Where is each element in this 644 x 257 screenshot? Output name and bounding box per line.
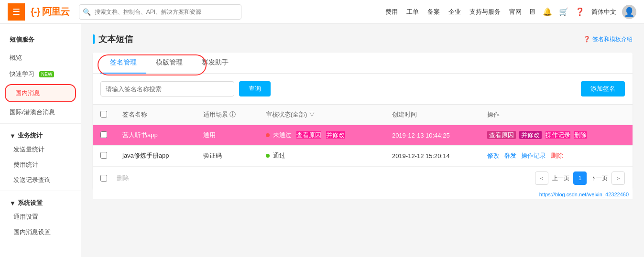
tab-bar: 签名管理 模版管理 群发助手 [93,53,633,74]
query-button[interactable]: 查询 [239,81,271,96]
monitor-icon[interactable]: 🖥 [528,8,536,16]
th-scene: 适用场景 ⓘ [196,105,258,125]
nav-icon-group: 🖥 🔔 🛒 ❓ [528,7,585,16]
row1-op-view[interactable]: 查看原因 [487,131,516,139]
select-all-checkbox[interactable] [100,111,107,118]
row1-op-modify[interactable]: 并修改 [519,131,542,139]
sidebar-item-general-settings[interactable]: 通用设置 [0,209,81,225]
row2-checkbox[interactable] [100,152,107,159]
intro-link[interactable]: ❓ 签名和模板介绍 [583,35,633,43]
row1-op-log[interactable]: 操作记录 [546,131,570,139]
row2-op-log[interactable]: 操作记录 [521,152,546,159]
notification-icon[interactable]: 🔔 [543,7,552,16]
section-label-stats: 业务统计 [18,131,43,140]
sidebar-label-intl: 国际/港澳台消息 [10,108,55,117]
sidebar-item-send-stats[interactable]: 发送量统计 [0,142,81,157]
nav-link-support[interactable]: 支持与服务 [469,8,501,16]
next-page-button[interactable]: ＞ [611,171,625,185]
logo-text: {-} 阿里云 [31,5,69,18]
sidebar-title: 短信服务 [0,32,81,48]
sidebar: 短信服务 概览 快速学习 NEW 国内消息 国际/港澳台消息 ▼ 业务统计 发送… [0,24,81,257]
row2-op-modify[interactable]: 修改 [487,152,500,159]
page-header: 文本短信 ❓ 签名和模板介绍 [93,33,633,45]
sidebar-label-quicklearn: 快速学习 [10,70,34,78]
signature-search-input[interactable] [100,81,234,96]
hamburger-icon: ☰ [12,7,20,17]
footer-checkbox[interactable] [100,175,107,182]
th-name: 签名名称 [115,105,196,125]
signature-table-container: 签名名称 适用场景 ⓘ 审核状态(全部) ▽ 创建时间 操作 [93,104,633,166]
sidebar-section-stats[interactable]: ▼ 业务统计 [0,127,81,142]
search-icon: 🔍 [83,8,91,16]
add-signature-button[interactable]: 添加签名 [581,81,625,96]
tab-signature[interactable]: 签名管理 [100,53,146,74]
title-bar-accent [93,34,95,44]
nav-link-official[interactable]: 官网 [509,8,522,16]
sidebar-item-quicklearn[interactable]: 快速学习 NEW [0,66,81,82]
table-row: java修炼手册app 验证码 通过 2019-12-12 15:20:14 修… [93,146,633,166]
signature-table: 签名名称 适用场景 ⓘ 审核状态(全部) ▽ 创建时间 操作 [93,104,633,166]
pagination: ＜ 上一页 1 下一页 ＞ [535,171,625,185]
tab-bulk[interactable]: 群发助手 [192,53,238,74]
sidebar-item-intl[interactable]: 国际/港澳台消息 [0,104,81,120]
filter-bar: 查询 添加签名 [93,74,633,104]
row1-scene: 通用 [196,125,258,146]
row2-status-dot [266,154,270,158]
language-selector[interactable]: 简体中文 [591,8,616,16]
sidebar-circle-wrap: 国内消息 [0,84,81,102]
avatar[interactable]: 👤 [622,5,636,19]
batch-delete-button[interactable]: 删除 [111,172,135,184]
next-label: 下一页 [590,174,608,182]
th-action: 操作 [480,105,633,125]
sidebar-item-overview[interactable]: 概览 [0,50,81,66]
row1-op-delete[interactable]: 删除 [574,131,587,139]
tab-template[interactable]: 模版管理 [146,53,192,74]
row1-status-dot [266,133,270,137]
content-card: 签名管理 模版管理 群发助手 查询 添加签名 [93,53,633,190]
row1-actions: 查看原因 并修改 操作记录 删除 [480,125,633,146]
sidebar-item-fee-stats[interactable]: 费用统计 [0,157,81,172]
logo: {-} 阿里云 [31,5,69,18]
page-title: 文本短信 [98,33,133,45]
sidebar-item-domestic[interactable]: 国内消息 [5,84,76,102]
nav-link-record[interactable]: 备案 [427,8,440,16]
row1-action-modify-after[interactable]: 并修改 [326,131,345,139]
row1-action-view-reason[interactable]: 查看原因 [296,131,321,139]
next-icon: ＞ [615,174,621,182]
row2-op-bulk[interactable]: 群发 [504,152,516,159]
hamburger-button[interactable]: ☰ [8,3,25,21]
table-footer: 删除 ＜ 上一页 1 下一页 ＞ [93,166,633,190]
footer-left: 删除 [100,172,135,184]
row2-scene: 验证码 [196,146,258,166]
sidebar-item-send-record[interactable]: 发送记录查询 [0,172,81,188]
page-1-button[interactable]: 1 [573,171,587,185]
prev-icon: ＜ [539,174,545,182]
help-icon[interactable]: ❓ [575,7,585,16]
row2-status-text: 通过 [273,152,285,159]
row2-status: 通过 [258,146,384,166]
intro-link-text: 签名和模板介绍 [592,35,633,43]
nav-link-enterprise[interactable]: 企业 [448,8,461,16]
nav-link-cost[interactable]: 费用 [385,8,398,16]
sidebar-section-settings[interactable]: ▼ 系统设置 [0,194,81,209]
row2-actions: 修改 群发 操作记录 删除 [480,146,633,166]
row1-status-text: 未通过 [273,131,292,139]
watermark: https://blog.csdn.net/weixin_42322460 [93,190,633,199]
th-checkbox [93,105,115,125]
row1-name: 营人听书app [115,125,196,146]
page-title-wrapper: 文本短信 [93,33,133,45]
main-content: 文本短信 ❓ 签名和模板介绍 签名管理 模版管理 群发助手 查询 添加签名 [81,24,644,257]
table-row: 营人听书app 通用 未通过 查看原因 并修改 2019-12-13 10:44… [93,125,633,146]
nav-link-ticket[interactable]: 工单 [406,8,419,16]
cart-icon[interactable]: 🛒 [559,7,568,16]
sidebar-item-domestic-settings[interactable]: 国内消息设置 [0,225,81,240]
row2-created: 2019-12-12 15:20:14 [384,146,480,166]
nav-links: 费用 工单 备案 企业 支持与服务 官网 [385,8,522,16]
search-input[interactable] [79,4,241,20]
row1-created: 2019-12-13 10:44:25 [384,125,480,146]
row1-checkbox[interactable] [100,131,107,138]
question-icon: ❓ [583,36,590,43]
prev-page-button[interactable]: ＜ [535,171,548,185]
row2-op-delete[interactable]: 删除 [551,152,563,159]
prev-label: 上一页 [552,174,569,182]
